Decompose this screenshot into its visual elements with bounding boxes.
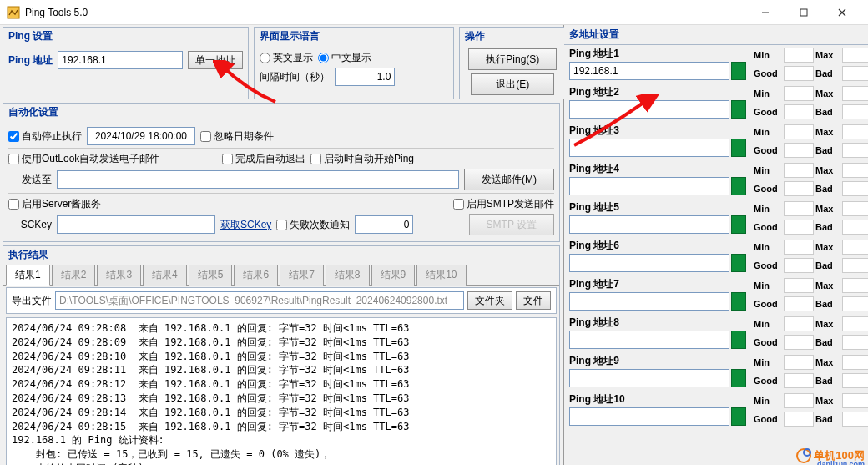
get-sckey-link[interactable]: 获取SCKey xyxy=(220,218,271,232)
min-value xyxy=(784,163,814,178)
ping-addr-label: Ping 地址 xyxy=(8,53,53,68)
bad-value xyxy=(842,66,868,81)
auto-start-checkbox[interactable]: 启动时自动开始Ping xyxy=(310,152,414,166)
multi-addr-label: Ping 地址2 xyxy=(569,85,746,99)
multi-addr-input-3[interactable] xyxy=(569,139,729,157)
good-value xyxy=(784,181,814,196)
maximize-button[interactable] xyxy=(785,0,823,25)
result-tab-4[interactable]: 结果4 xyxy=(143,265,187,286)
multi-addr-row-1: Ping 地址1MinMaxGoodBad xyxy=(564,45,868,83)
good-value xyxy=(784,258,814,273)
send-to-label: 发送至 xyxy=(8,173,52,187)
results-group: 执行结果 结果1结果2结果3结果4结果5结果6结果7结果8结果9结果10 导出文… xyxy=(3,245,560,465)
auto-stop-checkbox[interactable]: 自动停止执行 xyxy=(8,129,82,144)
interval-input[interactable] xyxy=(335,68,395,86)
multi-addr-row-6: Ping 地址6MinMaxGoodBad xyxy=(564,237,868,275)
good-value xyxy=(784,296,814,311)
multi-addr-input-5[interactable] xyxy=(569,215,729,234)
multi-addr-label: Ping 地址7 xyxy=(569,277,746,291)
automation-group: 自动化设置 自动停止执行 忽略日期条件 使用OutLook自动发送电子邮件 完成… xyxy=(3,103,560,242)
bad-value xyxy=(842,258,868,273)
lang-cn-radio[interactable]: 中文显示 xyxy=(318,51,371,65)
multi-addr-row-4: Ping 地址4MinMaxGoodBad xyxy=(564,160,868,199)
single-addr-button[interactable]: 单一地址 xyxy=(188,51,243,69)
status-square-icon xyxy=(731,177,746,195)
send-to-input[interactable] xyxy=(57,170,459,189)
lang-en-radio[interactable]: 英文显示 xyxy=(260,51,313,65)
result-tab-6[interactable]: 结果6 xyxy=(234,265,278,286)
serverchan-checkbox[interactable]: 启用Server酱服务 xyxy=(8,197,217,211)
titlebar: Ping Tools 5.0 xyxy=(0,0,868,25)
result-log[interactable]: 2024/06/24 09:28:08 来自 192.168.0.1 的回复: … xyxy=(6,317,557,465)
multi-addr-row-8: Ping 地址8MinMaxGoodBad xyxy=(564,314,868,352)
results-title: 执行结果 xyxy=(3,246,559,264)
smtp-settings-button[interactable]: SMTP 设置 xyxy=(469,214,554,235)
result-tab-3[interactable]: 结果3 xyxy=(97,265,141,286)
ping-addr-input[interactable] xyxy=(58,51,183,69)
result-tab-10[interactable]: 结果10 xyxy=(416,265,466,286)
good-value xyxy=(784,373,814,388)
result-tab-2[interactable]: 结果2 xyxy=(52,265,96,286)
multi-addr-row-3: Ping 地址3MinMaxGoodBad xyxy=(564,122,868,160)
status-square-icon xyxy=(731,369,746,387)
sckey-input[interactable] xyxy=(57,215,215,234)
result-tab-8[interactable]: 结果8 xyxy=(326,265,370,286)
bad-value xyxy=(842,296,868,311)
multi-addr-input-7[interactable] xyxy=(569,292,729,311)
multi-addr-label: Ping 地址6 xyxy=(569,239,746,253)
result-tab-5[interactable]: 结果5 xyxy=(189,265,233,286)
max-value xyxy=(842,278,868,293)
multi-addr-input-6[interactable] xyxy=(569,254,729,272)
ping-settings-group: Ping 设置 Ping 地址 单一地址 xyxy=(3,27,249,99)
max-value xyxy=(842,48,868,63)
close-button[interactable] xyxy=(823,0,861,25)
good-value xyxy=(784,220,814,235)
sckey-label: SCKey xyxy=(8,219,52,230)
status-square-icon xyxy=(731,215,746,234)
fail-count-input[interactable] xyxy=(355,215,413,234)
multi-addr-input-1[interactable] xyxy=(569,62,729,80)
send-mail-button[interactable]: 发送邮件(M) xyxy=(464,169,554,190)
language-group: 界面显示语言 英文显示 中文显示 间隔时间（秒） xyxy=(254,27,454,99)
multi-addr-input-9[interactable] xyxy=(569,369,729,387)
multi-addr-label: Ping 地址3 xyxy=(569,124,746,138)
result-tab-9[interactable]: 结果9 xyxy=(371,265,416,286)
run-ping-button[interactable]: 执行Ping(S) xyxy=(468,48,557,70)
max-value xyxy=(842,201,868,216)
auto-stop-time-input[interactable] xyxy=(87,127,195,145)
multi-addr-input-2[interactable] xyxy=(569,100,729,119)
operations-title: 操作 xyxy=(460,28,565,45)
multi-addr-row-10: Ping 地址10MinMaxGoodBad xyxy=(564,391,868,429)
export-path-input[interactable] xyxy=(55,291,464,310)
bad-value xyxy=(842,412,868,427)
min-value xyxy=(784,124,814,139)
interval-label: 间隔时间（秒） xyxy=(260,70,330,84)
multi-addr-input-10[interactable] xyxy=(569,407,729,426)
min-value xyxy=(784,86,814,101)
multi-addr-input-8[interactable] xyxy=(569,331,729,349)
ignore-date-checkbox[interactable]: 忽略日期条件 xyxy=(200,129,274,144)
automation-title: 自动化设置 xyxy=(3,104,559,121)
smtp-checkbox[interactable]: 启用SMTP发送邮件 xyxy=(453,197,554,211)
status-square-icon xyxy=(731,62,746,80)
multi-addr-label: Ping 地址5 xyxy=(569,200,746,215)
result-tab-1[interactable]: 结果1 xyxy=(6,265,50,286)
folder-button[interactable]: 文件夹 xyxy=(467,291,512,310)
status-square-icon xyxy=(731,254,746,272)
use-outlook-checkbox[interactable]: 使用OutLook自动发送电子邮件 xyxy=(8,152,217,166)
good-value xyxy=(784,143,814,158)
min-value xyxy=(784,201,814,216)
fail-notify-checkbox[interactable]: 失败次数通知 xyxy=(276,218,350,232)
exit-button[interactable]: 退出(E) xyxy=(471,73,554,95)
result-tabs: 结果1结果2结果3结果4结果5结果6结果7结果8结果9结果10 xyxy=(3,264,559,286)
result-tab-7[interactable]: 结果7 xyxy=(280,265,324,286)
auto-exit-checkbox[interactable]: 完成后自动退出 xyxy=(222,152,305,166)
multi-addr-input-4[interactable] xyxy=(569,177,729,195)
status-square-icon xyxy=(731,292,746,311)
file-button[interactable]: 文件 xyxy=(516,291,551,310)
max-value xyxy=(842,393,868,408)
minimize-button[interactable] xyxy=(746,0,785,25)
good-value xyxy=(784,335,814,350)
max-value xyxy=(842,163,868,178)
app-icon xyxy=(7,6,20,19)
